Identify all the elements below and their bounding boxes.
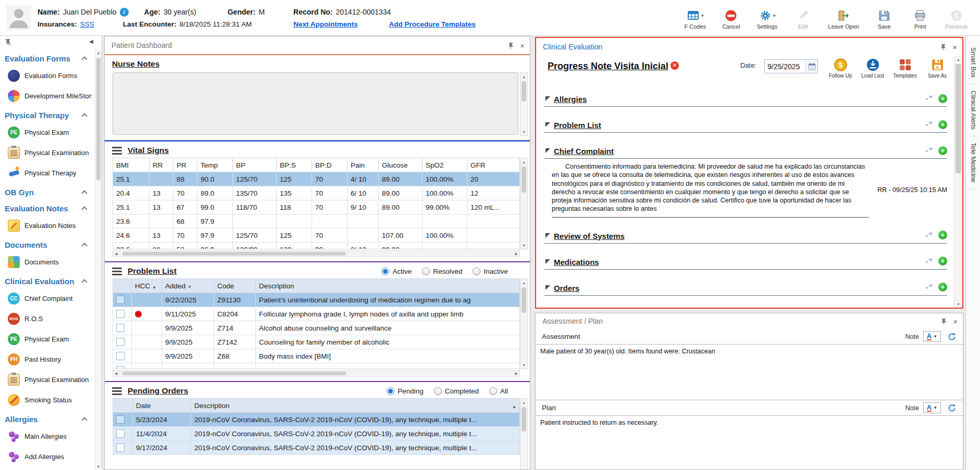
close-icon[interactable]: ×: [952, 43, 957, 51]
vitals-col-spo2[interactable]: SpO2: [423, 158, 467, 172]
sidebar-item-past-history[interactable]: PHPast History: [0, 349, 95, 370]
date-input[interactable]: [765, 62, 805, 71]
add-icon[interactable]: +: [938, 94, 947, 103]
row-checkbox[interactable]: [116, 296, 125, 304]
pending-orders-filter-all[interactable]: All: [489, 387, 508, 395]
problem-list-filter-resolved[interactable]: Resolved: [422, 268, 462, 275]
problem-row[interactable]: 9/9/2025Z7142Counseling for family membe…: [113, 335, 520, 349]
vitals-col-gfr[interactable]: GFR: [467, 158, 520, 172]
problem-row[interactable]: 9/9/2025Z714Alcohol abuse counseling and…: [113, 321, 520, 335]
vitals-col-pr[interactable]: PR: [173, 158, 197, 172]
toolbar-f-codes-button[interactable]: ▾F Codes: [684, 9, 706, 30]
vitals-row[interactable]: 20.4137089.0135/70135706/ 1089.00100.00%…: [113, 186, 520, 200]
problem-list-hscrollbar[interactable]: ◀▶: [113, 370, 520, 377]
section-title[interactable]: Orders: [554, 284, 579, 293]
assessment-textarea[interactable]: Male patient of 30 year(s) old. Items fo…: [536, 344, 963, 400]
problem-row[interactable]: 9/22/2025Z91130Patient’s unintentional u…: [113, 293, 520, 307]
remove-note-icon[interactable]: ✕: [671, 61, 679, 70]
add-icon[interactable]: +: [938, 120, 947, 129]
plan-textarea[interactable]: Patient instructed to return as necessar…: [536, 415, 963, 470]
info-icon[interactable]: i: [120, 8, 129, 17]
vitals-col-bp-d[interactable]: BP:D: [312, 158, 348, 172]
vitals-col-pain[interactable]: Pain: [348, 158, 379, 172]
collapse-icon[interactable]: [545, 148, 550, 153]
sidebar-group-clinical-evaluation[interactable]: Clinical Evaluation: [0, 272, 95, 288]
sidebar-item-chief-complaint[interactable]: CCChief Complaint: [0, 288, 95, 309]
problem-col-description[interactable]: Description: [256, 279, 520, 293]
sidebar-item-evaluation-forms[interactable]: Evaluation Forms: [0, 66, 95, 86]
section-title[interactable]: Chief Complaint: [554, 147, 614, 156]
sidebar-group-allergies[interactable]: Allergies: [0, 410, 95, 426]
menu-icon[interactable]: [112, 387, 122, 395]
row-checkbox[interactable]: [116, 443, 125, 452]
sidebar-item-physical-exam[interactable]: PEPhysical Exam: [0, 329, 95, 349]
problem-list-filter-active[interactable]: Active: [381, 268, 412, 275]
problem-col-select[interactable]: [113, 279, 132, 293]
side-tab-tele-medicine[interactable]: Tele Medicine: [970, 136, 977, 189]
vitals-col-rr[interactable]: RR: [150, 158, 173, 172]
toolbar-save-button[interactable]: Save: [873, 9, 895, 30]
problem-list-filter-inactive[interactable]: Inactive: [473, 268, 508, 275]
order-row[interactable]: 9/17/20242019-nCoV Coronavirus, SARS-CoV…: [113, 441, 520, 455]
vitals-col-bp[interactable]: BP: [233, 158, 277, 172]
quote-template-icon[interactable]: -”: [926, 120, 934, 129]
insurances-link[interactable]: SSS: [80, 20, 94, 28]
sidebar-item-smoking-status[interactable]: Smoking Status: [0, 390, 95, 410]
collapse-icon[interactable]: [545, 233, 550, 238]
order-row[interactable]: 11/4/20242019-nCoV Coronavirus, SARS-CoV…: [113, 427, 520, 441]
orders-col-date[interactable]: Date: [133, 399, 191, 413]
vitals-row[interactable]: 23.66897.9: [113, 214, 520, 228]
sidebar-scrollbar[interactable]: ▲ ▼: [95, 49, 102, 470]
next-appointments-link[interactable]: Next Appointments: [293, 20, 357, 28]
side-tab-smart-box[interactable]: Smart Box: [970, 41, 977, 84]
clinical-scrollbar[interactable]: ▲ ▼: [954, 56, 962, 308]
font-select[interactable]: A▼: [923, 331, 941, 342]
row-checkbox[interactable]: [116, 415, 125, 424]
nurse-notes-scrollbar[interactable]: ▲ ▼: [520, 72, 528, 136]
toolbar-leave-open-button[interactable]: Leave Open: [828, 9, 859, 30]
row-checkbox[interactable]: [116, 324, 125, 332]
unpin-icon[interactable]: [5, 39, 11, 46]
toolbar-previous-button[interactable]: Previous: [945, 9, 967, 30]
collapse-icon[interactable]: [545, 285, 550, 290]
vitals-col-glucose[interactable]: Glucose: [379, 158, 423, 172]
sidebar-group-ob-gyn[interactable]: OB Gyn: [0, 183, 95, 199]
sidebar-group-physical-therapy[interactable]: Physical Therapy: [0, 106, 95, 122]
section-title[interactable]: Review of Systems: [554, 232, 625, 240]
refresh-icon[interactable]: [947, 403, 957, 413]
add-icon[interactable]: +: [938, 231, 947, 239]
quote-template-icon[interactable]: -”: [926, 146, 934, 155]
toolbar-edit-button[interactable]: Edit: [792, 9, 814, 30]
toolbar-print-button[interactable]: Print: [909, 9, 931, 30]
section-title[interactable]: Problem List: [554, 121, 601, 130]
sidebar-item-main-allergies[interactable]: Main Allergies: [0, 426, 95, 447]
quote-template-icon[interactable]: -”: [926, 257, 934, 265]
chevron-down-icon[interactable]: ▾: [773, 13, 776, 18]
close-icon[interactable]: ×: [520, 42, 525, 49]
pin-icon[interactable]: [940, 44, 946, 50]
add-icon[interactable]: +: [938, 257, 947, 265]
side-tab-clinical-alerts[interactable]: Clinical Alerts: [970, 84, 977, 136]
add-procedure-templates-link[interactable]: Add Procedure Templates: [389, 20, 475, 28]
sidebar-group-education[interactable]: Education: [0, 467, 95, 470]
sidebar-item-physical-exam[interactable]: PEPhysical Exam: [0, 122, 95, 143]
collapse-sidebar-icon[interactable]: ◀: [89, 39, 93, 44]
templates-button[interactable]: Templates: [890, 58, 920, 79]
pending-orders-filter-pending[interactable]: Pending: [387, 387, 424, 395]
problem-row[interactable]: [113, 363, 520, 370]
sidebar-item-evaluation-notes[interactable]: Evaluation Notes: [0, 215, 95, 236]
row-checkbox[interactable]: [116, 352, 125, 360]
toolbar-settings-button[interactable]: ▾Settings: [756, 9, 778, 30]
section-title[interactable]: Medications: [554, 258, 599, 266]
problem-col-hcc[interactable]: HCC▲: [132, 279, 162, 293]
refresh-icon[interactable]: [947, 332, 957, 341]
chief-complaint-text[interactable]: Consentimiento informado para telemedici…: [552, 162, 869, 218]
problem-list-scrollbar[interactable]: ▲ ▼: [520, 278, 528, 369]
filter-menu-icon[interactable]: ▼: [188, 285, 192, 289]
save-as-button[interactable]: HSave As: [923, 58, 952, 79]
sidebar-item-physical-examination[interactable]: Physical Examination: [0, 143, 95, 163]
scrollbar-thumb[interactable]: [96, 58, 101, 180]
scroll-down-icon[interactable]: ▼: [97, 463, 101, 470]
scroll-up-icon[interactable]: ▲: [97, 49, 101, 56]
problem-row[interactable]: 9/11/2025C8204Follicular lymphoma grade …: [113, 307, 520, 321]
